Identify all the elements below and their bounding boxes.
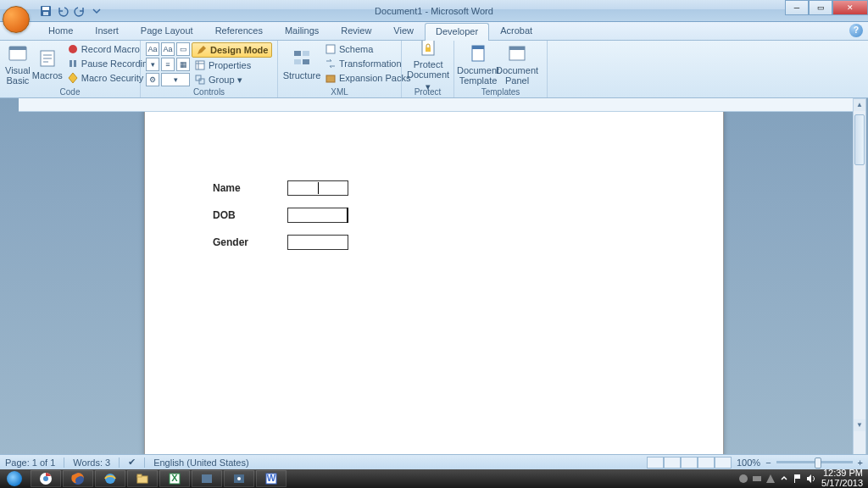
svg-rect-17 — [326, 75, 335, 82]
dropdown-list-control-icon[interactable]: ≡ — [161, 58, 175, 71]
tab-references[interactable]: References — [204, 22, 274, 40]
rich-text-control-icon[interactable]: Aa — [146, 42, 159, 56]
svg-rect-7 — [70, 60, 72, 67]
tray-show-hidden-icon[interactable] — [779, 474, 789, 484]
zoom-slider[interactable] — [776, 461, 853, 463]
qat-save-icon[interactable] — [39, 4, 53, 18]
zoom-value[interactable]: 100% — [737, 458, 760, 468]
legacy-tools-dropdown-icon[interactable]: ▾ — [161, 73, 190, 86]
maximize-button[interactable]: ▭ — [809, 0, 832, 15]
form-label-gender: Gender — [213, 236, 287, 248]
tab-home[interactable]: Home — [37, 22, 84, 40]
view-full-screen-icon[interactable] — [664, 457, 681, 469]
qat-dropdown-icon[interactable] — [90, 4, 103, 18]
tray-volume-icon[interactable] — [806, 474, 816, 484]
taskbar-explorer-icon[interactable] — [127, 470, 158, 487]
tab-acrobat[interactable]: Acrobat — [489, 22, 543, 40]
document-page[interactable]: Name DOB Gender — [144, 112, 724, 456]
svg-rect-21 — [472, 46, 484, 49]
qat-undo-icon[interactable] — [56, 4, 70, 18]
tab-insert[interactable]: Insert — [84, 22, 130, 40]
zoom-out-button[interactable]: − — [765, 458, 771, 468]
plain-text-control-icon[interactable]: Aa — [161, 42, 175, 56]
form-field-gender[interactable] — [287, 235, 348, 250]
macros-button[interactable]: Macros — [32, 42, 63, 86]
text-cursor-icon — [318, 182, 319, 194]
protect-document-button[interactable]: Protect Document ▾ — [407, 42, 449, 86]
tray-date[interactable]: 5/17/2013 — [821, 479, 863, 488]
expansion-packs-button[interactable]: Expansion Packs — [322, 71, 413, 85]
scroll-down-icon[interactable]: ▼ — [854, 419, 865, 431]
zoom-in-button[interactable]: + — [858, 458, 863, 468]
view-web-layout-icon[interactable] — [681, 457, 698, 469]
document-panel-button[interactable]: Document Panel — [498, 42, 536, 86]
svg-rect-23 — [509, 47, 525, 50]
office-button[interactable] — [0, 0, 32, 22]
svg-point-25 — [43, 476, 48, 481]
status-page[interactable]: Page: 1 of 1 — [5, 458, 55, 468]
help-icon[interactable]: ? — [849, 24, 863, 37]
status-language[interactable]: English (United States) — [153, 458, 249, 468]
scroll-thumb[interactable] — [854, 114, 865, 165]
taskbar-ie-icon[interactable] — [95, 470, 125, 487]
svg-rect-32 — [202, 474, 212, 483]
svg-rect-8 — [74, 60, 76, 67]
taskbar-excel-icon[interactable]: X — [159, 470, 190, 487]
qat-redo-icon[interactable] — [73, 4, 86, 18]
protect-document-label: Protect Document — [407, 59, 449, 80]
taskbar-word-icon[interactable]: W — [256, 470, 287, 487]
properties-button[interactable]: Properties — [192, 58, 272, 72]
tray-flag-icon[interactable] — [793, 474, 803, 484]
view-draft-icon[interactable] — [715, 457, 732, 469]
svg-rect-19 — [426, 47, 431, 52]
taskbar-app2-icon[interactable] — [224, 470, 254, 487]
taskbar-firefox-icon[interactable] — [63, 470, 93, 487]
group-button[interactable]: Group ▾ — [192, 73, 272, 86]
svg-rect-16 — [326, 45, 335, 53]
tray-icon-1[interactable] — [738, 474, 748, 484]
taskbar-chrome-icon[interactable] — [31, 470, 61, 487]
tab-view[interactable]: View — [382, 22, 425, 40]
svg-rect-9 — [196, 61, 204, 69]
tray-icon-2[interactable] — [752, 474, 762, 484]
structure-button[interactable]: Structure — [283, 42, 320, 86]
picture-control-icon[interactable]: ▭ — [176, 42, 190, 56]
date-picker-control-icon[interactable]: ▦ — [176, 58, 190, 71]
document-template-button[interactable]: Document Template — [459, 42, 497, 86]
svg-rect-1 — [42, 7, 49, 10]
macros-label: Macros — [32, 70, 63, 80]
svg-text:X: X — [171, 473, 178, 483]
svg-point-27 — [105, 474, 115, 484]
design-mode-button[interactable]: Design Mode — [192, 42, 272, 58]
visual-basic-button[interactable]: Visual Basic — [5, 42, 31, 86]
close-button[interactable]: ✕ — [832, 0, 868, 15]
taskbar-app1-icon[interactable] — [192, 470, 222, 487]
form-field-dob[interactable] — [287, 208, 348, 223]
form-label-dob: DOB — [213, 209, 287, 221]
minimize-button[interactable]: ─ — [785, 0, 809, 15]
legacy-tools-icon[interactable]: ⚙ — [146, 73, 159, 86]
status-proofing-icon[interactable]: ✔ — [128, 457, 136, 468]
svg-rect-4 — [9, 47, 26, 50]
document-panel-label: Document Panel — [496, 65, 538, 86]
status-words[interactable]: Words: 3 — [73, 458, 110, 468]
tab-developer[interactable]: Developer — [425, 23, 489, 41]
tray-icon-3[interactable] — [765, 474, 776, 484]
form-field-name[interactable] — [287, 180, 348, 196]
tab-mailings[interactable]: Mailings — [274, 22, 330, 40]
svg-point-6 — [69, 45, 77, 53]
vertical-scrollbar[interactable]: ▲ ▼ — [853, 98, 866, 456]
tab-page-layout[interactable]: Page Layout — [130, 22, 204, 40]
start-button[interactable] — [0, 469, 29, 488]
combo-box-control-icon[interactable]: ▾ — [146, 58, 159, 71]
tab-review[interactable]: Review — [330, 22, 382, 40]
transformation-button[interactable]: Transformation — [322, 57, 413, 70]
view-outline-icon[interactable] — [698, 457, 715, 469]
view-print-layout-icon[interactable] — [647, 457, 664, 469]
svg-rect-14 — [294, 59, 301, 64]
horizontal-ruler[interactable] — [19, 98, 854, 112]
svg-rect-12 — [294, 51, 301, 56]
schema-button[interactable]: Schema — [322, 42, 413, 56]
scroll-up-icon[interactable]: ▲ — [854, 99, 865, 111]
group-label-templates: Templates — [459, 86, 542, 97]
